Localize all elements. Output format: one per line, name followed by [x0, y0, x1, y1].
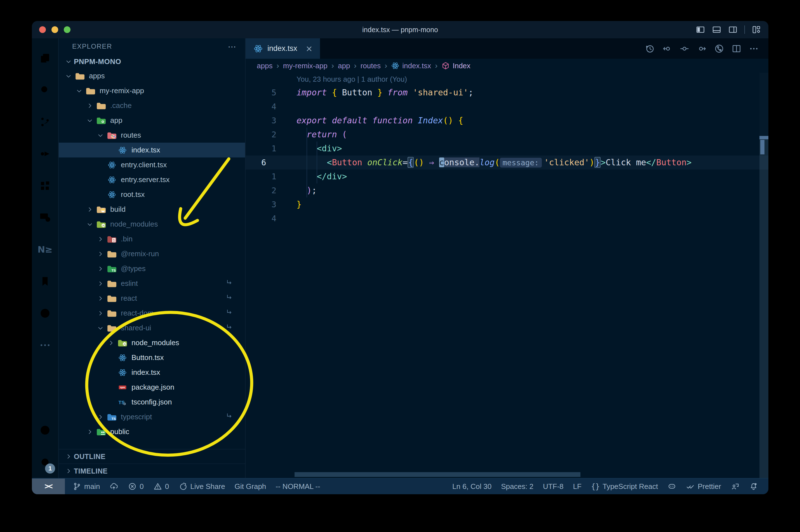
tree-item-button-tsx[interactable]: Button.tsx [59, 350, 245, 365]
activity-more-icon[interactable] [32, 329, 58, 361]
remote-indicator[interactable]: >< [32, 479, 65, 494]
tree-item-package-json[interactable]: npmpackage.json [59, 380, 245, 395]
status-live-share[interactable]: Live Share [174, 479, 230, 494]
breadcrumb-item-app[interactable]: app [338, 61, 350, 70]
tree-item-app[interactable]: app [59, 113, 245, 128]
tree-item-entry-client-tsx[interactable]: entry.client.tsx [59, 157, 245, 172]
breadcrumb-item-apps[interactable]: apps [257, 61, 272, 70]
explorer-more-actions-icon[interactable]: ⋯ [228, 42, 237, 52]
close-window-button[interactable] [39, 26, 46, 33]
timeline-section-header[interactable]: TIMELINE [59, 463, 245, 478]
outline-section-header[interactable]: OUTLINE [59, 449, 245, 463]
activity-account-icon[interactable] [32, 414, 58, 446]
minimize-window-button[interactable] [52, 26, 58, 33]
tree-item-index-tsx[interactable]: index.tsx [59, 365, 245, 380]
status-prettier[interactable]: Prettier [681, 479, 726, 494]
tree-item-routes[interactable]: routes [59, 128, 245, 142]
tab-index-tsx[interactable]: index.tsx× [246, 38, 320, 59]
chevron-right-icon [84, 426, 95, 437]
status-cloud-upload-icon[interactable] [104, 479, 123, 494]
toggle-panel-icon[interactable] [712, 25, 721, 34]
status-spaces-2[interactable]: Spaces: 2 [496, 479, 538, 494]
toggle-secondary-sidebar-icon[interactable] [728, 25, 738, 34]
zoom-window-button[interactable] [64, 26, 71, 33]
tree-item-label: .cache [110, 101, 132, 110]
tree-item-types[interactable]: TS@types [59, 261, 245, 276]
activity-settings-gear-icon[interactable]: 1 [32, 446, 58, 478]
history-icon[interactable] [645, 44, 655, 54]
tree-item-apps[interactable]: apps [59, 69, 245, 83]
gitlens-graph-icon[interactable] [714, 44, 724, 54]
tree-item-tsconfig-json[interactable]: TStsconfig.json [59, 395, 245, 410]
svg-text:npm: npm [120, 386, 125, 389]
status-ln-6-col-30[interactable]: Ln 6, Col 30 [447, 479, 496, 494]
status-lf[interactable]: LF [568, 479, 586, 494]
workspace-section-header[interactable]: PNPM-MONO [59, 55, 245, 69]
tree-item-public[interactable]: public [59, 424, 245, 439]
tree-item-node-modules[interactable]: JSnode_modules [59, 335, 245, 350]
tree-item-typescript[interactable]: TStypescript [59, 410, 245, 424]
activity-bookmarks-icon[interactable] [32, 265, 58, 297]
previous-change-icon[interactable] [662, 44, 672, 54]
status-feedback-icon[interactable] [726, 479, 744, 494]
status-utf-8[interactable]: UTF-8 [538, 479, 568, 494]
tree-item-react[interactable]: react [59, 291, 245, 306]
code-line-rel-2-7[interactable]: 2 ); [246, 184, 768, 197]
tree-item-node-modules[interactable]: JSnode_modules [59, 217, 245, 232]
close-tab-icon[interactable]: × [306, 44, 313, 53]
activity-run-debug-icon[interactable] [32, 138, 58, 170]
status-normal[interactable]: -- NORMAL -- [271, 479, 325, 494]
status-copilot-icon[interactable] [663, 479, 681, 494]
breadcrumb-item-index-tsx[interactable]: index.tsx [391, 61, 431, 70]
tree-item-react-dom[interactable]: react-dom [59, 306, 245, 321]
code-line-current[interactable]: 6 <Button onClick={() ⇒ console.log(mess… [246, 155, 768, 170]
open-change-icon[interactable] [680, 44, 689, 54]
activity-search-icon[interactable] [32, 74, 58, 106]
code-line-rel-4-9[interactable]: 4 [246, 211, 768, 225]
code-line-rel-1-6[interactable]: 1 </div> [246, 170, 768, 184]
code-line-rel-2-3[interactable]: 2 return ( [246, 128, 768, 141]
tree-item-remix-run[interactable]: @remix-run [59, 246, 245, 261]
more-actions-icon[interactable] [749, 44, 759, 54]
code-line-rel-5-0[interactable]: 5import { Button } from 'shared-ui'; [246, 86, 768, 99]
tree-item-eslint[interactable]: eslint [59, 276, 245, 291]
code-line-rel-3-8[interactable]: 3} [246, 197, 768, 211]
breadcrumb-item-index[interactable]: Index [441, 61, 471, 70]
breadcrumb-item-my-remix-app[interactable]: my-remix-app [283, 61, 327, 70]
tree-item-label: index.tsx [132, 368, 160, 377]
activity-extensions-icon[interactable] [32, 170, 58, 202]
chevron-right-icon [95, 249, 106, 259]
tree-item-root-tsx[interactable]: root.tsx [59, 187, 245, 202]
activity-bar: N≥1 [32, 38, 59, 478]
code-editor[interactable]: You, 23 hours ago | 1 author (You)5impor… [246, 73, 768, 478]
tree-item-cache[interactable]: .cache [59, 98, 245, 113]
split-editor-icon[interactable] [731, 44, 742, 54]
status-bell-dot-icon[interactable] [744, 479, 763, 494]
status-0[interactable]: 0 [123, 479, 148, 494]
tree-item-build[interactable]: build [59, 202, 245, 217]
status-0[interactable]: 0 [149, 479, 174, 494]
horizontal-scrollbar[interactable] [294, 472, 580, 477]
tree-item-shared-ui[interactable]: shared-ui [59, 321, 245, 335]
activity-nx-console-icon[interactable]: N≥ [32, 233, 58, 265]
tree-item-entry-server-tsx[interactable]: entry.server.tsx [59, 172, 245, 187]
breadcrumb-item-routes[interactable]: routes [361, 61, 381, 70]
code-line-rel-3-2[interactable]: 3export default function Index() { [246, 114, 768, 128]
vscode-window: index.tsx — pnpm-mono N≥1 EXPLORER ⋯ [32, 21, 768, 494]
activity-source-control-icon[interactable] [32, 106, 58, 138]
activity-git-graph-icon[interactable] [32, 297, 58, 329]
next-change-icon[interactable] [697, 44, 707, 54]
tree-item-index-tsx[interactable]: index.tsx [59, 142, 245, 157]
code-line-rel-1-4[interactable]: 1 <div> [246, 141, 768, 155]
customize-layout-icon[interactable] [751, 25, 761, 34]
status-main[interactable]: main [68, 479, 104, 494]
code-line-rel-4-1[interactable]: 4 [246, 99, 768, 114]
activity-files-icon[interactable] [32, 42, 58, 74]
status-git-graph[interactable]: Git Graph [230, 479, 271, 494]
tree-item-my-remix-app[interactable]: my-remix-app [59, 83, 245, 98]
toggle-sidebar-icon[interactable] [696, 25, 705, 34]
vertical-scrollbar[interactable] [759, 136, 768, 478]
status-typescript-react[interactable]: {}TypeScript React [586, 479, 663, 494]
activity-remote-explorer-icon[interactable] [32, 202, 58, 233]
tree-item-bin[interactable]: 0110.bin [59, 232, 245, 246]
